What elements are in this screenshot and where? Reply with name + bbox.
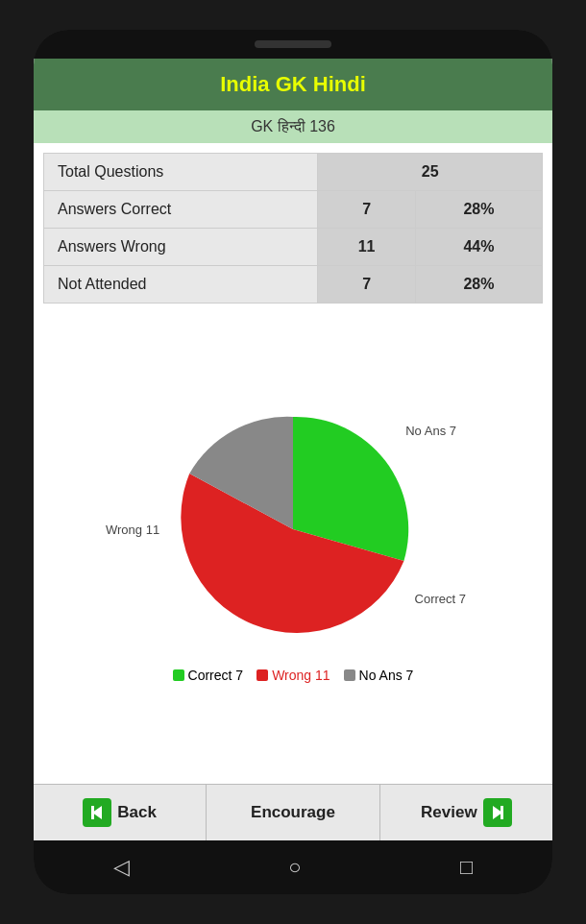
- answers-wrong-value: 11: [318, 229, 415, 266]
- answers-wrong-row: Answers Wrong 11 44%: [44, 229, 543, 266]
- total-questions-value: 25: [318, 154, 543, 191]
- legend-wrong-label: Wrong 11: [272, 668, 330, 683]
- legend-wrong: Wrong 11: [256, 668, 330, 683]
- phone-top-bezel: [34, 30, 552, 59]
- encourage-button[interactable]: Encourage: [207, 785, 379, 840]
- review-icon-svg: [489, 804, 506, 821]
- back-label: Back: [117, 803, 157, 822]
- answers-correct-value: 7: [318, 191, 415, 229]
- app-subtitle: GK हिन्दी 136: [34, 110, 552, 143]
- home-nav-button[interactable]: ○: [288, 855, 301, 880]
- legend-correct: Correct 7: [173, 668, 244, 683]
- review-icon: [483, 798, 512, 827]
- svg-rect-1: [91, 806, 94, 819]
- total-questions-row: Total Questions 25: [44, 154, 543, 191]
- encourage-label: Encourage: [251, 803, 335, 822]
- recents-nav-button[interactable]: □: [460, 855, 473, 880]
- legend-wrong-dot: [256, 669, 268, 681]
- back-icon: [83, 798, 111, 827]
- legend-correct-label: Correct 7: [188, 668, 244, 683]
- back-nav-button[interactable]: ◁: [113, 855, 130, 880]
- pie-chart-container: No Ans 7 Wrong 11 Correct 7: [168, 404, 418, 654]
- phone-frame: India GK Hindi GK हिन्दी 136 Total Quest…: [34, 30, 552, 894]
- answers-correct-label: Answers Correct: [44, 191, 318, 229]
- correct-label: Correct 7: [415, 592, 466, 606]
- app-title: India GK Hindi: [34, 59, 552, 110]
- legend-no-ans-label: No Ans 7: [359, 668, 414, 683]
- review-button[interactable]: Review: [380, 785, 552, 840]
- stats-table-wrapper: Total Questions 25 Answers Correct 7 28%…: [34, 143, 552, 304]
- pie-svg: [168, 404, 418, 654]
- chart-legend: Correct 7 Wrong 11 No Ans 7: [173, 668, 414, 683]
- answers-correct-percent: 28%: [415, 191, 542, 229]
- total-questions-label: Total Questions: [44, 154, 318, 191]
- bottom-nav: Back Encourage Review: [34, 784, 552, 840]
- no-ans-label: No Ans 7: [405, 424, 456, 438]
- legend-no-ans-dot: [344, 669, 355, 681]
- answers-correct-row: Answers Correct 7 28%: [44, 191, 543, 229]
- phone-bottom-bar: ◁ ○ □: [34, 840, 552, 894]
- not-attended-label: Not Attended: [44, 266, 318, 304]
- svg-rect-3: [501, 806, 503, 819]
- legend-correct-dot: [173, 669, 184, 681]
- not-attended-value: 7: [318, 266, 415, 304]
- answers-wrong-label: Answers Wrong: [44, 229, 318, 266]
- screen: India GK Hindi GK हिन्दी 136 Total Quest…: [34, 59, 552, 840]
- chart-area: No Ans 7 Wrong 11 Correct 7 Correct 7 Wr…: [34, 304, 552, 784]
- answers-wrong-percent: 44%: [415, 229, 542, 266]
- wrong-label: Wrong 11: [106, 523, 159, 537]
- stats-table: Total Questions 25 Answers Correct 7 28%…: [43, 153, 543, 304]
- legend-no-ans: No Ans 7: [344, 668, 414, 683]
- not-attended-percent: 28%: [415, 266, 542, 304]
- review-label: Review: [421, 803, 477, 822]
- not-attended-row: Not Attended 7 28%: [44, 266, 543, 304]
- back-button[interactable]: Back: [34, 785, 207, 840]
- back-icon-svg: [88, 804, 106, 821]
- speaker: [255, 40, 331, 48]
